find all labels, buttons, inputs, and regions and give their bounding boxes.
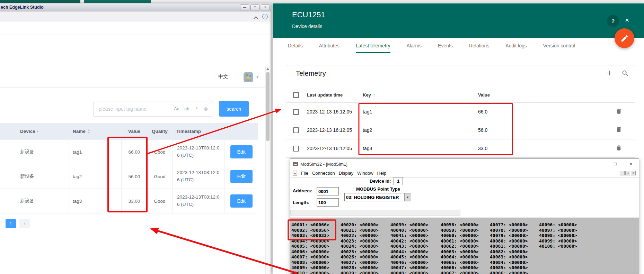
drawer-tab[interactable]: Events	[438, 38, 453, 54]
last-update-cell: 2023-12-13 16:12:05	[307, 146, 363, 151]
register-value: 40061: <00000>	[441, 238, 489, 244]
trash-icon	[616, 108, 622, 115]
mdi-restore-button[interactable]: □	[625, 171, 630, 175]
search-button[interactable]: search	[219, 101, 249, 117]
drawer-tab[interactable]: Details	[288, 38, 303, 54]
row-checkbox[interactable]	[293, 127, 307, 133]
menu-help[interactable]: Help	[377, 171, 387, 176]
user-menu-caret-icon[interactable]: ▾	[256, 75, 258, 80]
menu-window[interactable]: Window	[357, 171, 373, 176]
maximize-button[interactable]: □	[250, 4, 259, 10]
edit-button[interactable]: Edit	[230, 145, 253, 158]
length-input[interactable]: 100	[317, 198, 339, 207]
mdi-minimize-button[interactable]: _	[620, 171, 625, 175]
add-telemetry-icon[interactable]: +	[607, 67, 612, 79]
drawer-tab[interactable]: Relations	[469, 38, 489, 54]
drawer-tab[interactable]: Audit logs	[505, 38, 527, 54]
key-column-header[interactable]: Key↑	[363, 92, 478, 98]
table-row: 新设备 tag3 33.00 Good 2023-12-13T08:12:06 …	[0, 189, 258, 213]
pagination-page-1[interactable]: 1	[6, 219, 16, 228]
regex-icon[interactable]: .*	[195, 101, 198, 117]
quality-cell: Good	[147, 189, 173, 213]
delete-button[interactable]	[616, 144, 629, 153]
delete-button[interactable]	[616, 108, 629, 116]
drawer-tab[interactable]: Attributes	[319, 38, 339, 54]
row-checkbox[interactable]	[293, 109, 307, 115]
modsim-minimize-button[interactable]: –	[594, 159, 606, 169]
scrollbar-thumb[interactable]	[266, 72, 270, 141]
language-switch[interactable]: 中文	[218, 74, 228, 80]
register-value: 40048: <00000>	[390, 271, 439, 274]
modsim-doc-icon	[293, 171, 297, 176]
register-value: 40009: <00000>	[291, 265, 340, 271]
modsim-close-button[interactable]: ×	[625, 159, 637, 169]
register-value: 40099: <00000>	[539, 238, 588, 244]
close-button[interactable]: ×	[261, 4, 270, 10]
name-header[interactable]: Name	[69, 123, 122, 139]
register-value: 40020: <00000>	[341, 222, 389, 228]
sort-icon[interactable]	[87, 129, 90, 134]
collapse-chevron-icon[interactable]	[254, 16, 257, 19]
clear-input-icon[interactable]: ⊗	[204, 101, 208, 117]
select-all-checkbox[interactable]	[293, 92, 307, 98]
point-type-select[interactable]: 03: HOLDING REGISTER ▼	[344, 193, 411, 201]
row-checkbox[interactable]	[293, 146, 307, 152]
drawer-close-icon[interactable]: ×	[625, 16, 629, 24]
delete-button[interactable]	[616, 126, 629, 135]
modsim-titlebar[interactable]: ModSim32 - [ModSim1]	[290, 159, 639, 169]
match-case-icon[interactable]: Aa	[174, 101, 179, 117]
drawer-tab[interactable]: Latest telemetry	[356, 38, 390, 54]
register-value: 40042: <00000>	[390, 238, 439, 244]
tag-table: Device ▾ Name Value Quality Timestamp	[0, 123, 258, 213]
scrollbar-up-arrow[interactable]	[266, 68, 269, 70]
register-value: 40097: <00000>	[539, 228, 588, 233]
edit-fab-button[interactable]	[615, 28, 634, 48]
quality-cell: Good	[147, 140, 173, 164]
register-value: 40058: <00000>	[441, 222, 489, 228]
minimize-button[interactable]: —	[240, 4, 249, 10]
match-word-icon[interactable]: ab	[184, 101, 189, 117]
register-value: 40046: <00000>	[390, 260, 439, 265]
register-value: 40066: <00000>	[441, 265, 489, 271]
dropdown-arrow-icon[interactable]: ▼	[404, 193, 411, 201]
register-value: 40010: <00000>	[291, 271, 340, 274]
avatar[interactable]	[244, 72, 253, 82]
value-cell: 56.0	[478, 127, 616, 133]
telemetry-table-header: Last update time Key↑ Value	[286, 88, 635, 103]
register-value: 40044: <00000>	[390, 249, 439, 255]
address-input[interactable]: 0001	[317, 187, 339, 195]
actions-cell: Edit	[225, 189, 258, 213]
register-value: 40098: <00000>	[539, 233, 588, 238]
help-button[interactable]: ?	[607, 15, 619, 27]
register-value: 40063: <00000>	[441, 249, 489, 255]
drawer-subtitle: Device details	[292, 24, 322, 29]
value-cell: 56.00	[122, 164, 147, 189]
value-cell: 66.00	[122, 140, 147, 164]
edit-button[interactable]: Edit	[230, 170, 253, 183]
pagination-next-button[interactable]: ›	[19, 219, 30, 228]
device-cell: 新设备	[16, 140, 69, 164]
info-icon[interactable]: i	[262, 14, 268, 19]
drawer-header: ECU1251 Device details ? ×	[273, 3, 644, 38]
edgelink-titlebar[interactable]: ech EdgeLink Studio	[0, 3, 271, 11]
modsim-title: ModSim32 - [ModSim1]	[300, 162, 347, 167]
register-column: 40001: <00066>40002: <00056>40003: <0003…	[291, 222, 340, 274]
value-column-header[interactable]: Value	[478, 92, 616, 98]
device-header[interactable]: Device ▾	[16, 123, 69, 139]
drawer-tab[interactable]: Alarms	[407, 38, 422, 54]
edit-button[interactable]: Edit	[230, 194, 253, 208]
modsim-maximize-button[interactable]: □	[609, 159, 621, 169]
device-id-input[interactable]: 1	[394, 177, 403, 185]
menu-file[interactable]: File	[301, 171, 308, 176]
menu-display[interactable]: Display	[339, 171, 354, 176]
actions-header	[225, 123, 258, 139]
search-icon[interactable]	[621, 70, 629, 79]
menu-connection[interactable]: Connection	[312, 171, 335, 176]
register-column: 40096: <00000>40097: <00000>40098: <0000…	[539, 222, 588, 249]
time-column-header[interactable]: Last update time	[307, 92, 363, 98]
key-cell: tag3	[363, 146, 478, 151]
drawer-tab[interactable]: Version control	[543, 38, 575, 54]
filter-caret-icon[interactable]: ▾	[37, 129, 38, 133]
actions-cell: Edit	[225, 164, 258, 189]
mdi-close-button[interactable]: x	[631, 171, 636, 175]
